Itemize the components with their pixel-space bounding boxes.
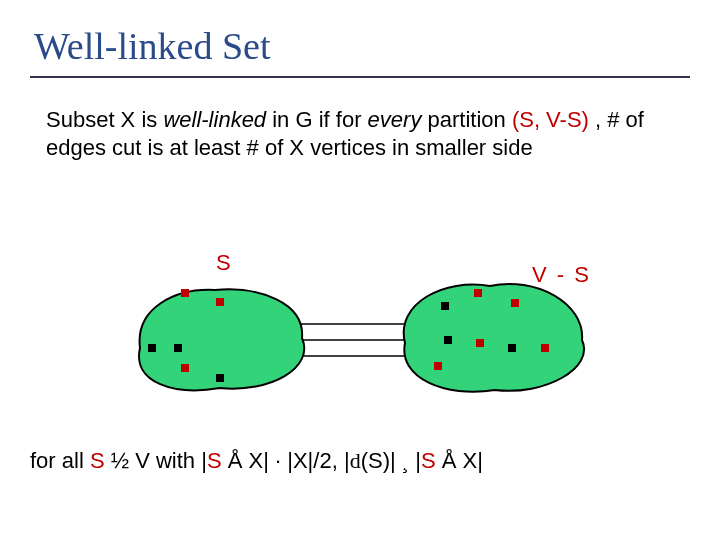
diagram-svg: [120, 248, 600, 408]
svg-rect-10: [474, 289, 482, 297]
svg-rect-8: [216, 374, 224, 382]
bottom-statement: for all S ½ V with |S Å X| · |X|/2, |d(S…: [30, 448, 483, 474]
svg-rect-11: [511, 299, 519, 307]
label-vs: V - S: [532, 262, 591, 288]
desc-every: every: [368, 107, 422, 132]
svg-rect-14: [508, 344, 516, 352]
svg-rect-9: [441, 302, 449, 310]
bt-s3: S: [421, 448, 436, 473]
desc-partition: (S, V-S): [512, 107, 589, 132]
right-blob: [404, 284, 584, 392]
svg-rect-15: [434, 362, 442, 370]
slide: Well-linked Set Subset X is well-linked …: [0, 0, 720, 540]
diagram: S V - S: [120, 248, 600, 408]
desc-t3: partition: [421, 107, 512, 132]
bt3: Å X| · |X|/2, |: [222, 448, 350, 473]
bt2: ½ V with |: [105, 448, 207, 473]
svg-rect-13: [476, 339, 484, 347]
desc-t2: in G if for: [266, 107, 367, 132]
desc-t1: Subset X is: [46, 107, 163, 132]
desc-well-linked: well-linked: [163, 107, 266, 132]
bt-s2: S: [207, 448, 222, 473]
svg-rect-5: [148, 344, 156, 352]
bt4: (S)| ¸ |: [361, 448, 421, 473]
bt-delta: d: [350, 448, 361, 473]
svg-rect-3: [181, 289, 189, 297]
description: Subset X is well-linked in G if for ever…: [30, 102, 690, 162]
svg-rect-6: [174, 344, 182, 352]
svg-rect-7: [181, 364, 189, 372]
bt1: for all: [30, 448, 90, 473]
title-underline: [30, 76, 690, 78]
bt-s: S: [90, 448, 105, 473]
svg-rect-4: [216, 298, 224, 306]
slide-title: Well-linked Set: [30, 18, 690, 76]
bt5: Å X|: [436, 448, 483, 473]
svg-rect-16: [541, 344, 549, 352]
svg-rect-12: [444, 336, 452, 344]
label-s: S: [216, 250, 231, 276]
